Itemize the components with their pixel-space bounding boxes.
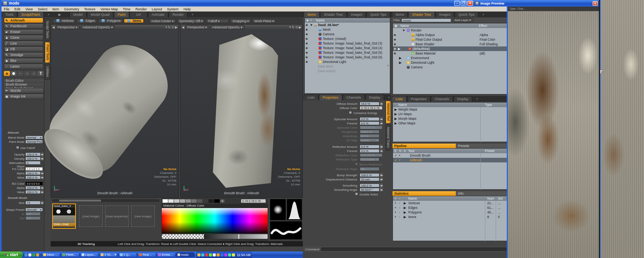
tab-shader-tree[interactable]: Shader Tree [408, 12, 435, 17]
tool-image-ink[interactable]: ▣Image Ink [4, 94, 44, 99]
minimize-button[interactable]: – [454, 1, 460, 6]
tool-lasso[interactable]: ◌Lasso [4, 64, 43, 69]
tab-sculpt-paint[interactable]: Sculpt/Paint [18, 12, 44, 17]
rotate-icon[interactable]: ↻ [292, 25, 294, 29]
item-row-new-scene[interactable]: (new scene) [305, 69, 390, 73]
shader-row-camera[interactable]: Camera [393, 65, 507, 69]
tool-clone[interactable]: ♟Clone [4, 35, 43, 40]
fg-value-field[interactable]: 100.0 % [25, 175, 41, 179]
swatch-s-button[interactable]: S [220, 199, 225, 203]
viewport-shading-select[interactable]: Advanced OpenGL ▾ [80, 25, 115, 29]
item-row-camera[interactable]: ◉Camera [305, 32, 390, 36]
new-image-placeholder[interactable]: (new image) [131, 205, 155, 227]
taskbar-button-modo[interactable]: modo [176, 252, 194, 257]
item-row-scene[interactable]: ◉▼head_06.lwo* [305, 23, 390, 27]
polygons-mode-button[interactable]: Polygons [98, 19, 123, 23]
menu-edit[interactable]: Edit [15, 7, 21, 11]
diffuse-amount-field[interactable]: 15.0 % [360, 102, 380, 106]
bg-color-field[interactable]: 0.0 0.0 0.0 [25, 182, 43, 185]
viewport-right[interactable]: ◀ Perspective ▾ Advanced OpenGL ▾ + ↻ ⊙ … [180, 24, 303, 198]
work-plane-dropdown[interactable]: Work Plane ▾ [252, 19, 276, 23]
zoom-icon[interactable]: ⊙ [295, 25, 298, 29]
clips-scrollbar[interactable] [52, 199, 159, 202]
taskbar-button-group[interactable]: 3 'EL... ▾ [99, 252, 118, 257]
item-row-texture-4[interactable]: ◉Texture: Image: head_bake_final_02d (4) [305, 46, 390, 50]
load-image-placeholder[interactable]: (load image) [79, 205, 103, 227]
tool-airbrush[interactable]: ✎Airbrush [4, 18, 43, 23]
taskbar-button-embarcadero[interactable]: Emba... [157, 252, 175, 257]
edges-mode-button[interactable]: Edges [77, 19, 97, 23]
falloff-dropdown[interactable]: Falloff ▾ [206, 19, 229, 23]
modo-titlebar[interactable]: modo – ❐ ✕ [2, 0, 507, 7]
size-field[interactable]: 73 [25, 201, 41, 205]
tool-blur[interactable]: ◉Blur [4, 58, 43, 63]
tray-icon[interactable] [217, 253, 220, 256]
pan-icon[interactable]: + [165, 25, 167, 29]
fg-color-field[interactable]: 1.0 1.0 1.0 [25, 167, 43, 171]
menu-render[interactable]: Render [135, 7, 147, 11]
viewport-left[interactable]: ◀ Perspective ▾ Advanced OpenGL ▾ + ↻ ⊙ … [51, 24, 179, 198]
tab-channels[interactable]: Channels [343, 94, 365, 100]
brush-browser-link[interactable]: Brush Browser [4, 83, 44, 86]
taskbar-clock[interactable]: 11:54 AM [237, 253, 250, 257]
tab-shader-tree[interactable]: Shader Tree [320, 12, 347, 17]
text-tool[interactable]: T [38, 71, 44, 76]
shader-row-base-material[interactable]: ◉Base Material(all) [393, 51, 507, 56]
use-falloff-checkbox[interactable] [16, 146, 19, 149]
quicklaunch-icon-1[interactable] [25, 253, 28, 256]
tray-icon[interactable] [224, 253, 227, 256]
value-slider-handle[interactable] [238, 234, 239, 239]
preview-texture-image[interactable] [508, 11, 599, 258]
double-sided-checkbox[interactable] [355, 192, 358, 195]
item-row-texture-6[interactable]: ◉Texture: Image: head_bake_final_02d (6) [305, 55, 390, 60]
menu-select[interactable]: Select [38, 7, 47, 11]
tool-eraser[interactable]: ▰Eraser [4, 29, 43, 35]
reflection-amount-field[interactable]: 0.0 % [360, 145, 380, 149]
tab-model[interactable]: Model [69, 12, 87, 17]
tab-items[interactable]: Items [304, 12, 320, 17]
menu-time[interactable]: Time [123, 7, 130, 11]
tray-icon[interactable] [232, 253, 235, 256]
shape-preset-select[interactable]: Smooth [25, 208, 43, 212]
menu-system[interactable]: System [167, 7, 179, 11]
preview-edge-button[interactable]: ◀ [600, 70, 603, 74]
menu-vertexmap[interactable]: Vertex Map [100, 7, 118, 11]
fg-alpha-field[interactable]: 100.0 % [25, 171, 41, 175]
tab-properties[interactable]: Properties [407, 96, 430, 102]
pipeline-header[interactable]: PipelinePresets [393, 144, 508, 148]
reflection-fresnel-field[interactable]: 0.0 % [360, 149, 380, 153]
brush-tip-soft[interactable] [4, 71, 10, 76]
diffuse-color-field[interactable]: 0.78 0.78 0.78 [360, 106, 383, 110]
rotate-icon[interactable]: ↻ [168, 25, 171, 29]
menu-file[interactable]: File [4, 7, 10, 11]
hue-gradient[interactable] [162, 208, 268, 233]
menu-layout[interactable]: Layout [152, 7, 162, 11]
item-row-texture-5[interactable]: ◉Texture: Image: head_bake_final_02d (5) [305, 50, 390, 55]
tab-quick-tips[interactable]: Quick Tips [366, 12, 390, 17]
viewport-menu-icon[interactable]: ▶ [299, 25, 301, 29]
statistics-header[interactable]: StatisticsInfo [393, 191, 508, 196]
list-row-uv-maps[interactable]: ▶UV Maps [393, 112, 507, 116]
smoothing-angle-field[interactable]: 89.5247 ° [360, 188, 380, 192]
close-button[interactable]: ✕ [467, 1, 473, 6]
stats-row-items[interactable]: +-▶Items80 [393, 215, 507, 219]
viewport-collapse-icon[interactable]: ◀ [182, 25, 184, 29]
tray-icon[interactable] [209, 253, 212, 256]
stats-row-edges[interactable]: +-▶Edges61...... [393, 205, 507, 210]
density-field[interactable]: 100.0 % [25, 157, 41, 160]
menu-geometry[interactable]: Geometry [64, 7, 79, 11]
filter-select[interactable]: (none) [401, 18, 451, 22]
brush-tip-stamp[interactable]: ✉ [31, 71, 37, 76]
displacement-distance-field[interactable]: 20 mm [360, 177, 380, 181]
brush-tip-procedural[interactable]: ✑ [17, 71, 23, 76]
clip-thumbnail[interactable]: head_bake_fi 2048 x 2048, ... [52, 203, 76, 229]
tab-animate[interactable]: Animate [148, 12, 168, 17]
stone-mesh[interactable] [36, 31, 181, 187]
item-row-new-item[interactable]: (new item) [305, 64, 390, 69]
vtab-sculpt-tools[interactable]: Sculpt Tools [45, 18, 50, 41]
alpha-strip[interactable] [162, 234, 268, 239]
tab-model-quad[interactable]: Model Quad [87, 12, 113, 17]
list-row-weight-maps[interactable]: ▶Weight Maps [393, 107, 507, 112]
tray-icon[interactable] [197, 253, 200, 256]
quicklaunch-icon-4[interactable] [36, 253, 39, 256]
